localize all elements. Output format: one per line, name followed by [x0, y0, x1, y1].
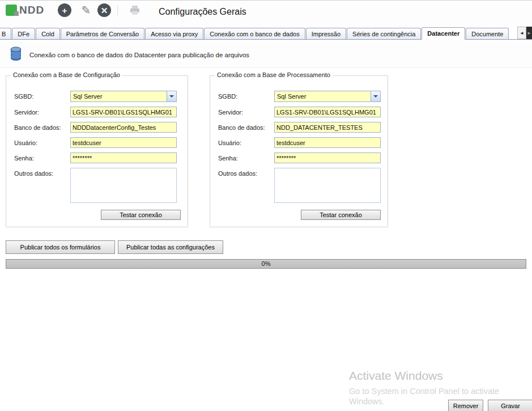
senha-label: Senha:: [218, 155, 238, 162]
sgbd-label: SGBD:: [218, 93, 237, 100]
testar-conexao-button[interactable]: Testar conexão: [301, 210, 381, 220]
field-row-servidor: Servidor:: [218, 107, 381, 118]
ndd-logo: NDD: [6, 4, 44, 16]
print-icon-glyph: [129, 5, 141, 16]
banco-dados-input[interactable]: [274, 122, 381, 133]
field-row-sgbd: SGBD: Sql Server: [218, 91, 381, 102]
chevron-down-icon[interactable]: [371, 91, 380, 101]
groupbox-base-configuracao: Conexão com a Base de Configuração SGBD:…: [6, 75, 188, 227]
testar-conexao-button[interactable]: Testar conexão: [101, 210, 181, 220]
field-row-outros: Outros dados:: [14, 168, 181, 204]
tab-scroll-left-icon[interactable]: ◄: [517, 27, 526, 39]
groupbox-title: Conexão com a Base de Processamento: [215, 71, 333, 78]
ndd-logo-icon: [6, 5, 17, 16]
tab-parametros-conversao[interactable]: Parâmetros de Conversão: [61, 28, 144, 39]
usuario-input[interactable]: [274, 137, 381, 148]
test-connection-row: Testar conexão: [14, 210, 181, 220]
banco-label: Banco de dados:: [14, 124, 61, 131]
page-title: Configurações Gerais: [159, 7, 246, 17]
sgbd-combobox[interactable]: Sql Server: [274, 91, 381, 102]
sgbd-selected-value: Sql Server: [277, 93, 306, 100]
sgbd-combobox[interactable]: Sql Server: [70, 91, 177, 102]
test-connection-row: Testar conexão: [218, 210, 381, 220]
usuario-label: Usuário:: [14, 139, 37, 146]
field-row-servidor: Servidor:: [14, 107, 181, 118]
senha-label: Senha:: [14, 155, 34, 162]
tab-impressao[interactable]: Impressão: [306, 28, 346, 39]
field-row-senha: Senha:: [218, 152, 381, 164]
tab-series-contingencia[interactable]: Séries de contingência: [347, 28, 421, 39]
field-row-senha: Senha:: [14, 152, 181, 164]
field-row-sgbd: SGBD: Sql Server: [14, 91, 181, 102]
outros-dados-label: Outros dados:: [218, 170, 257, 177]
banco-label: Banco de dados:: [218, 124, 265, 131]
tab-cold[interactable]: Cold: [36, 28, 60, 39]
servidor-label: Servidor:: [218, 109, 243, 116]
add-icon[interactable]: +: [58, 3, 71, 17]
usuario-input[interactable]: [70, 137, 177, 148]
servidor-label: Servidor:: [14, 109, 39, 116]
field-row-outros: Outros dados:: [218, 168, 381, 204]
tab-scrollers: ◄ ►: [517, 27, 532, 39]
tab-acesso-proxy[interactable]: Acesso via proxy: [145, 28, 203, 39]
activate-windows-watermark: Activate Windows Go to System in Control…: [349, 369, 510, 406]
sgbd-label: SGBD:: [14, 93, 33, 100]
outros-dados-input[interactable]: [274, 168, 381, 203]
tab-conexao-banco[interactable]: Conexão com o banco de dados: [204, 28, 305, 39]
tab-dfe[interactable]: DFe: [12, 28, 35, 39]
groupbox-base-processamento: Conexão com a Base de Processamento SGBD…: [210, 75, 388, 227]
usuario-label: Usuário:: [218, 139, 241, 146]
watermark-title: Activate Windows: [349, 369, 510, 383]
toolbar: NDD + ✎ ✕ Configurações Gerais: [0, 1, 532, 27]
senha-input[interactable]: [274, 152, 381, 163]
sgbd-selected-value: Sql Server: [73, 93, 102, 100]
publicar-formularios-button[interactable]: Publicar todos os formulários: [6, 240, 115, 254]
outros-dados-input[interactable]: [70, 168, 177, 203]
banco-dados-input[interactable]: [70, 122, 177, 133]
remover-button[interactable]: Remover: [448, 400, 483, 411]
edit-pencil-icon[interactable]: ✎: [79, 3, 93, 17]
field-row-banco: Banco de dados:: [14, 122, 181, 133]
tab-strip: B DFe Cold Parâmetros de Conversão Acess…: [0, 27, 532, 40]
cancel-icon[interactable]: ✕: [97, 3, 111, 17]
field-row-usuario: Usuário:: [14, 137, 181, 149]
database-icon: [9, 46, 23, 61]
ndd-logo-text: NDD: [19, 4, 44, 16]
publicar-configuracoes-button[interactable]: Publicar todas as configurações: [118, 240, 223, 254]
outros-dados-label: Outros dados:: [14, 170, 53, 177]
header-description: Conexão com o banco de dados do Datacent…: [29, 52, 249, 58]
tab-datacenter[interactable]: Datacenter: [422, 27, 465, 40]
servidor-input[interactable]: [274, 107, 381, 117]
app-window: NDD + ✎ ✕ Configurações Gerais B DFe Col…: [0, 0, 532, 411]
tab-documentos[interactable]: Documente: [466, 28, 509, 39]
field-row-banco: Banco de dados:: [218, 122, 381, 133]
publish-progress-bar: 0%: [6, 259, 526, 269]
datacenter-header: Conexão com o banco de dados do Datacent…: [0, 40, 532, 68]
tab-b[interactable]: B: [0, 28, 11, 39]
groupbox-title: Conexão com a Base de Configuração: [11, 71, 122, 78]
field-row-usuario: Usuário:: [218, 137, 381, 149]
print-icon[interactable]: [128, 3, 142, 17]
toolbar-separator: [117, 5, 118, 15]
senha-input[interactable]: [70, 152, 177, 163]
tab-scroll-right-icon[interactable]: ►: [526, 27, 532, 39]
servidor-input[interactable]: [70, 107, 177, 117]
chevron-down-icon[interactable]: [167, 91, 176, 101]
watermark-subtitle: Go to System in Control Panel to activat…: [349, 386, 510, 406]
gravar-button[interactable]: Gravar: [488, 400, 532, 411]
